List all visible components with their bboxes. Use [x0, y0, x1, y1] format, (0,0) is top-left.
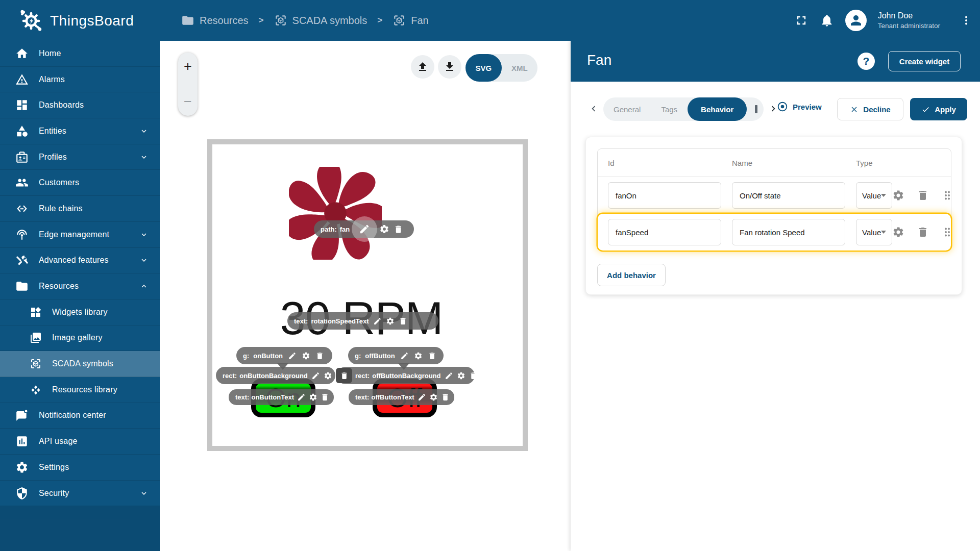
upload-button[interactable]: [411, 55, 434, 79]
fullscreen-icon[interactable]: [794, 13, 808, 28]
sidebar-item-edge-management[interactable]: Edge management: [0, 222, 160, 248]
scada-canvas[interactable]: 30 RPM On Off path: fan text: rotationSp…: [212, 144, 523, 446]
more-vert-icon[interactable]: [961, 14, 972, 27]
sidebar-item-home[interactable]: Home: [0, 41, 160, 67]
sidebar-item-resources[interactable]: Resources: [0, 273, 160, 299]
breadcrumb-item-scada-symbols[interactable]: SCADA symbols: [274, 14, 368, 27]
gear-icon[interactable]: [379, 224, 389, 234]
tag-type: g:: [243, 352, 249, 360]
help-button[interactable]: ?: [857, 53, 875, 70]
tag-path-fan[interactable]: path: fan: [314, 220, 414, 238]
pencil-icon[interactable]: [445, 371, 453, 380]
avatar[interactable]: [845, 10, 867, 31]
sidebar-item-image-gallery[interactable]: Image gallery: [0, 325, 160, 352]
sidebar-item-resources-library[interactable]: Resources library: [0, 377, 160, 403]
sidebar-item-api-usage[interactable]: API usage: [0, 429, 160, 455]
add-behavior-button[interactable]: Add behavior: [597, 264, 666, 286]
decline-button[interactable]: Decline: [837, 98, 903, 120]
sidebar-item-dashboards[interactable]: Dashboards: [0, 92, 160, 118]
sidebar-item-profiles[interactable]: Profiles: [0, 144, 160, 170]
pencil-icon[interactable]: [297, 393, 306, 402]
sidebar-item-widgets-library[interactable]: Widgets library: [0, 299, 160, 325]
behavior-type-select[interactable]: Value: [856, 182, 892, 209]
gear-icon[interactable]: [457, 371, 465, 380]
settings-gear-icon[interactable]: [892, 226, 904, 238]
tag-on-button-text[interactable]: text: onButtonText: [229, 389, 334, 405]
preview-button[interactable]: Preview: [777, 101, 822, 112]
download-icon: [444, 61, 456, 73]
gear-icon[interactable]: [414, 352, 423, 360]
notifications-bell-icon[interactable]: [820, 13, 834, 28]
behavior-name-input[interactable]: [732, 182, 845, 209]
pencil-icon[interactable]: [373, 317, 382, 325]
pencil-icon[interactable]: [418, 393, 426, 402]
app-name: ThingsBoard: [50, 13, 134, 29]
settings-gear-icon[interactable]: [892, 189, 904, 202]
trash-icon[interactable]: [428, 352, 436, 360]
trash-icon[interactable]: [394, 224, 403, 234]
gear-icon[interactable]: [324, 371, 332, 380]
breadcrumb-item-resources[interactable]: Resources: [181, 14, 249, 27]
app-logo[interactable]: ThingsBoard: [19, 9, 134, 33]
tab-general[interactable]: General: [603, 105, 651, 114]
tab-tags[interactable]: Tags: [651, 105, 688, 114]
edit-button[interactable]: [352, 216, 377, 242]
trash-icon[interactable]: [441, 393, 450, 402]
delete-trash-icon[interactable]: [917, 189, 929, 202]
zoom-out-button[interactable]: −: [184, 95, 192, 109]
sidebar-item-scada-symbols[interactable]: SCADA symbols: [0, 351, 160, 377]
breadcrumb-item-fan[interactable]: Fan: [393, 14, 428, 27]
gear-icon[interactable]: [429, 393, 438, 402]
trash-icon[interactable]: [321, 393, 329, 402]
behavior-id-input[interactable]: [608, 219, 721, 245]
pencil-icon[interactable]: [288, 352, 297, 360]
sidebar-item-advanced-features[interactable]: Advanced features: [0, 248, 160, 274]
tabs-scroll-left-icon[interactable]: [588, 103, 599, 114]
drag-handle-icon[interactable]: [941, 189, 953, 202]
toggle-xml[interactable]: XML: [502, 54, 538, 82]
behavior-table: Id Name Type ValueValue: [597, 148, 951, 251]
chevron-down-icon: [139, 230, 149, 239]
trash-button[interactable]: [336, 368, 352, 383]
trash-icon[interactable]: [315, 352, 324, 360]
behavior-id-input[interactable]: [608, 182, 721, 209]
delete-trash-icon[interactable]: [917, 226, 929, 238]
behavior-name-input[interactable]: [732, 219, 845, 245]
tab-behavior[interactable]: Behavior: [688, 97, 747, 121]
tag-off-button-background[interactable]: rect: offButtonBackground: [337, 367, 475, 384]
trash-icon[interactable]: [399, 317, 407, 325]
breadcrumb-separator: >: [255, 15, 268, 26]
behavior-type-select[interactable]: Value: [856, 219, 892, 245]
apply-button[interactable]: Apply: [910, 98, 967, 120]
gear-icon[interactable]: [302, 352, 310, 360]
fan-graphic[interactable]: [289, 167, 382, 260]
sidebar-item-label: SCADA symbols: [52, 359, 113, 368]
sidebar-item-alarms[interactable]: Alarms: [0, 67, 160, 93]
sidebar-item-label: Customers: [39, 178, 79, 187]
zoom-control: + −: [178, 53, 198, 116]
sidebar-item-settings[interactable]: Settings: [0, 455, 160, 481]
sidebar-item-customers[interactable]: Customers: [0, 170, 160, 196]
sidebar-item-security[interactable]: Security: [0, 481, 160, 507]
pencil-icon[interactable]: [400, 352, 409, 360]
pencil-icon[interactable]: [311, 371, 320, 380]
tag-rotation-speed-text[interactable]: text: rotationSpeedText: [287, 312, 438, 330]
create-widget-button[interactable]: Create widget: [888, 51, 961, 71]
toggle-svg[interactable]: SVG: [465, 54, 502, 82]
trash-icon[interactable]: [469, 371, 478, 380]
tag-on-button-group[interactable]: g: onButton: [236, 347, 332, 364]
tag-name: onButton: [253, 352, 283, 360]
drag-handle-icon[interactable]: [941, 226, 953, 238]
sidebar-item-notification-center[interactable]: Notification center: [0, 403, 160, 429]
download-button[interactable]: [438, 55, 461, 79]
tag-off-button-group[interactable]: g: offButton: [348, 347, 444, 364]
column-header-id: Id: [608, 159, 732, 167]
gear-icon[interactable]: [386, 317, 395, 325]
alarm-icon: [15, 73, 29, 86]
sidebar-item-entities[interactable]: Entities: [0, 118, 160, 144]
tag-on-button-background[interactable]: rect: onButtonBackground: [216, 367, 335, 384]
gear-icon[interactable]: [309, 393, 317, 402]
zoom-in-button[interactable]: +: [184, 60, 192, 73]
sidebar-item-rule-chains[interactable]: Rule chains: [0, 196, 160, 222]
tag-off-button-text[interactable]: text: offButtonText: [349, 389, 454, 405]
